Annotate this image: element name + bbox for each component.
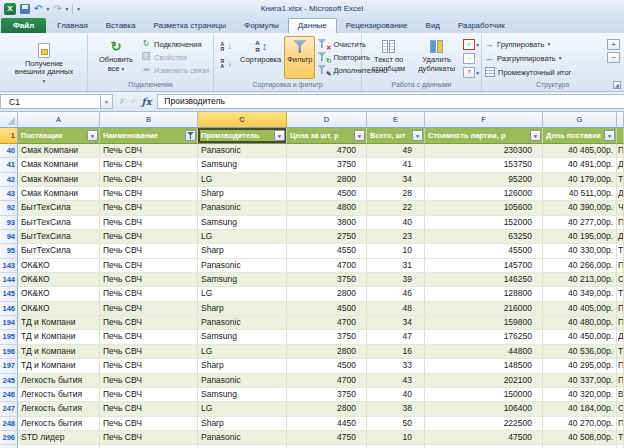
cell[interactable]: Смак Компани [18, 173, 100, 187]
cell[interactable]: 46 [367, 287, 425, 301]
cell[interactable]: С [617, 273, 624, 287]
cell[interactable]: П [617, 374, 624, 388]
cell[interactable]: 40 320,00р. [543, 388, 617, 402]
cell[interactable]: Samsung [198, 330, 287, 344]
cell[interactable]: 41 [367, 158, 425, 172]
cell[interactable]: ОК&КО [18, 302, 100, 316]
filter-dropdown-button[interactable]: ▼ [412, 130, 423, 141]
cell[interactable]: Печь СВЧ [100, 431, 198, 445]
cell[interactable]: 45500 [425, 244, 543, 258]
cell[interactable]: Д [617, 230, 624, 244]
cell[interactable]: 2800 [287, 345, 367, 359]
cell[interactable]: П [617, 359, 624, 373]
show-detail-button[interactable]: + [607, 39, 620, 50]
formula-input[interactable]: Производитель [157, 94, 624, 109]
cell[interactable]: 176250 [425, 330, 543, 344]
cell[interactable]: 31 [367, 259, 425, 273]
cell[interactable]: 4750 [287, 431, 367, 445]
column-header-D[interactable]: D [287, 112, 367, 127]
column-header-partial[interactable] [617, 112, 624, 127]
cell[interactable]: 4800 [287, 201, 367, 215]
tab-home[interactable]: Главная [48, 18, 96, 33]
tab-page-layout[interactable]: Разметка страницы [144, 18, 235, 33]
cell[interactable]: Печь СВЧ [100, 259, 198, 273]
cell[interactable]: БытТехСила [18, 244, 100, 258]
cell[interactable]: 3750 [287, 330, 367, 344]
column-header-B[interactable]: B [100, 112, 198, 127]
cell[interactable]: 2800 [287, 173, 367, 187]
cell[interactable]: ОК&КО [18, 273, 100, 287]
cell[interactable]: Легкость бытия [18, 417, 100, 431]
cell[interactable]: LG [198, 345, 287, 359]
cell[interactable]: Смак Компани [18, 144, 100, 158]
cell[interactable]: 10 [367, 431, 425, 445]
cell[interactable]: 4450 [287, 417, 367, 431]
undo-dropdown-icon[interactable]: ▾ [46, 6, 49, 12]
filter-header-cell[interactable]: Производитель▼ [198, 128, 287, 144]
cell[interactable]: Печь СВЧ [100, 273, 198, 287]
row-number[interactable]: 246 [0, 388, 18, 402]
cell[interactable]: 40 330,00р. [543, 244, 617, 258]
column-header-C[interactable]: C [198, 112, 287, 127]
cell[interactable]: 126000 [425, 187, 543, 201]
cell[interactable]: 40 [367, 216, 425, 230]
filter-header-cell[interactable]: Всего, шт▼ [367, 128, 425, 144]
row-number[interactable]: 42 [0, 173, 18, 187]
cell[interactable]: Samsung [198, 388, 287, 402]
cell[interactable]: ОК&КО [18, 259, 100, 273]
cell[interactable]: Т [617, 173, 624, 187]
tab-view[interactable]: Вид [417, 18, 449, 33]
cell[interactable]: Samsung [198, 273, 287, 287]
cell[interactable]: 44800 [425, 345, 543, 359]
row-number[interactable]: 196 [0, 345, 18, 359]
cell[interactable]: Печь СВЧ [100, 374, 198, 388]
undo-icon[interactable]: ↶ [34, 4, 42, 14]
row-number[interactable]: 296 [0, 431, 18, 445]
row-number[interactable]: 40 [0, 144, 18, 158]
cell[interactable]: Печь СВЧ [100, 345, 198, 359]
cell[interactable]: 40 511,00р. [543, 187, 617, 201]
filter-header-cell[interactable] [617, 128, 624, 144]
cell[interactable]: П [617, 417, 624, 431]
cell[interactable]: 145700 [425, 259, 543, 273]
cell[interactable]: 2800 [287, 287, 367, 301]
cell[interactable]: Т [617, 345, 624, 359]
cell[interactable]: 4550 [287, 244, 367, 258]
cell[interactable]: Panasonic [198, 374, 287, 388]
filter-button[interactable]: Фильтр [284, 36, 315, 79]
tab-review[interactable]: Рецензирование [337, 18, 417, 33]
column-header-A[interactable]: A [18, 112, 100, 127]
cell[interactable]: 105600 [425, 201, 543, 215]
cell[interactable]: 40 390,00р. [543, 201, 617, 215]
cell[interactable]: П [617, 302, 624, 316]
cell[interactable]: Sharp [198, 244, 287, 258]
cell[interactable]: LG [198, 402, 287, 416]
cell[interactable]: 22 [367, 201, 425, 215]
row-number[interactable]: 95 [0, 244, 18, 258]
cell[interactable]: 4500 [287, 302, 367, 316]
get-external-data-button[interactable]: Получение внешних данных ▾ [10, 40, 78, 88]
tab-file[interactable]: Файл [1, 18, 46, 33]
cell[interactable]: Печь СВЧ [100, 330, 198, 344]
cell[interactable]: Panasonic [198, 431, 287, 445]
column-header-G[interactable]: G [543, 112, 617, 127]
cell[interactable]: Печь СВЧ [100, 388, 198, 402]
cell[interactable]: 2750 [287, 230, 367, 244]
cell[interactable]: 63250 [425, 230, 543, 244]
cell[interactable]: LG [198, 173, 287, 187]
cell[interactable]: 106400 [425, 402, 543, 416]
cell[interactable]: 40 450,00р. [543, 330, 617, 344]
cell[interactable]: 40 195,00р. [543, 230, 617, 244]
row-number[interactable]: 143 [0, 259, 18, 273]
sort-az-button[interactable]: АЯ ↓ [217, 39, 235, 54]
cell[interactable]: 48 [367, 302, 425, 316]
cell[interactable]: Печь СВЧ [100, 187, 198, 201]
remove-duplicates-button[interactable]: Удалить дубликаты [412, 36, 461, 79]
row-number[interactable]: 93 [0, 216, 18, 230]
cell[interactable]: 40 405,00р. [543, 302, 617, 316]
cell[interactable]: Panasonic [198, 316, 287, 330]
cell[interactable]: 4500 [287, 359, 367, 373]
row-number[interactable]: 245 [0, 374, 18, 388]
tab-developer[interactable]: Разработчик [449, 18, 514, 33]
redo-icon[interactable]: ↷ [53, 4, 61, 14]
